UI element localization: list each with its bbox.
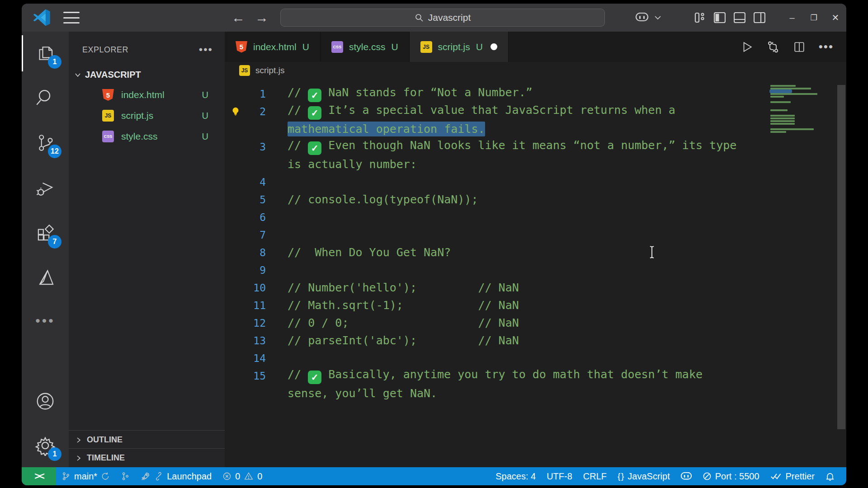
scrollbar-thumb[interactable] [837, 85, 845, 429]
problems-status[interactable]: 0 0 [217, 467, 268, 485]
git-status-untracked: U [202, 111, 208, 121]
editor-group: 5 index.html U CSS style.css U JS script… [225, 32, 846, 467]
toggle-secondary-sidebar-icon[interactable] [750, 8, 769, 28]
chevron-right-icon [75, 455, 82, 462]
code-line[interactable]: 7 [225, 226, 846, 244]
sidebar-item-explorer[interactable]: 1 [22, 32, 69, 75]
code-line[interactable]: 2// ✓ It’s a special value that JavaScri… [225, 103, 846, 120]
html-file-icon: 5 [102, 89, 114, 101]
prettier-status[interactable]: Prettier [765, 467, 820, 485]
encoding-status[interactable]: UTF-8 [541, 467, 578, 485]
indentation-status[interactable]: Spaces: 4 [490, 467, 541, 485]
check-emoji: ✓ [308, 141, 321, 155]
tab-script-js[interactable]: JS script.js U [410, 32, 509, 62]
launchpad-button[interactable]: Launchpad [135, 467, 217, 485]
explorer-more-icon[interactable]: ••• [199, 43, 213, 56]
settings-button[interactable]: 1 [22, 424, 69, 467]
copilot-status[interactable] [675, 467, 697, 485]
js-file-icon: JS [102, 110, 114, 122]
sidebar-item-source-control[interactable]: 12 [22, 121, 69, 164]
copilot-icon[interactable] [632, 8, 652, 28]
git-branch-icon [61, 471, 71, 481]
code-line[interactable]: 9 [225, 261, 846, 279]
run-file-icon[interactable] [741, 41, 753, 53]
line-number: 11 [246, 300, 266, 311]
explorer-badge: 1 [48, 55, 61, 69]
code-line[interactable]: 11// Math.sqrt(-1); // NaN [225, 296, 846, 314]
file-index-html[interactable]: 5 index.html U [69, 84, 225, 105]
nav-back-icon[interactable]: ← [231, 10, 246, 25]
code-editor[interactable]: 1// ✓ NaN stands for “Not a Number.”2// … [225, 79, 846, 467]
file-script-js[interactable]: JS script.js U [69, 105, 225, 126]
notifications-bell[interactable] [820, 467, 840, 485]
tab-style-css[interactable]: CSS style.css U [321, 32, 410, 62]
eol-status[interactable]: CRLF [578, 467, 612, 485]
minimize-button[interactable]: – [781, 4, 803, 32]
link-icon [154, 472, 163, 481]
split-editor-icon[interactable] [793, 41, 805, 53]
git-status-untracked: U [202, 131, 208, 142]
code-line[interactable]: 3// ✓ Even though NaN looks like it mean… [225, 138, 846, 155]
source-control-graph-button[interactable] [115, 467, 135, 485]
folder-javascript[interactable]: JAVASCRIPT [69, 60, 225, 84]
nav-forward-icon[interactable]: → [254, 10, 269, 25]
more-icon: ••• [35, 313, 55, 328]
sidebar-item-extensions[interactable]: 7 [22, 211, 69, 255]
branch-status[interactable]: main* [56, 467, 115, 485]
timeline-section[interactable]: TIMELINE [69, 448, 225, 467]
editor-scrollbar[interactable] [836, 85, 846, 467]
code-line[interactable]: sense, you’ll get NaN. [225, 385, 846, 402]
code-line[interactable]: mathematical operation fails. [225, 120, 846, 138]
code-line[interactable]: 4 [225, 173, 846, 191]
search-icon [415, 13, 424, 22]
code-line[interactable]: 1// ✓ NaN stands for “Not a Number.” [225, 85, 846, 103]
menu-hamburger-icon[interactable] [63, 12, 80, 23]
tab-index-html[interactable]: 5 index.html U [225, 32, 321, 62]
double-check-icon [770, 472, 782, 480]
toggle-primary-sidebar-icon[interactable] [710, 8, 730, 28]
code-line[interactable]: 6 [225, 208, 846, 226]
code-line[interactable]: 5// console.log(typeof(NaN)); [225, 191, 846, 208]
restore-button[interactable]: ❐ [803, 4, 825, 32]
live-server-port-status[interactable]: Port : 5500 [697, 467, 765, 485]
code-line[interactable]: 8// When Do You Get NaN? [225, 244, 846, 261]
js-file-icon: JS [420, 41, 432, 53]
account-button[interactable] [22, 380, 69, 423]
check-emoji: ✓ [308, 371, 321, 384]
file-style-css[interactable]: CSS style.css U [69, 126, 225, 147]
lightbulb-icon[interactable] [225, 107, 246, 117]
explorer-title: EXPLORER [82, 45, 128, 55]
git-status-untracked: U [476, 42, 483, 52]
dirty-dot-icon[interactable] [491, 43, 497, 50]
sidebar-item-search[interactable] [22, 76, 69, 119]
command-center-search[interactable]: Javascript [280, 9, 605, 27]
graph-icon [121, 471, 130, 481]
js-file-icon: JS [239, 65, 250, 76]
language-mode-status[interactable]: { } JavaScript [612, 467, 675, 485]
git-status-untracked: U [302, 42, 309, 52]
sidebar-item-more[interactable]: ••• [22, 299, 69, 343]
remote-indicator[interactable]: >< [22, 467, 56, 485]
chevron-down-icon[interactable] [652, 8, 664, 28]
close-button[interactable]: ✕ [825, 4, 846, 32]
sidebar-item-prism-extension[interactable] [22, 257, 69, 300]
extensions-badge: 7 [48, 235, 61, 249]
sidebar-item-run-debug[interactable] [22, 166, 69, 210]
line-number: 12 [246, 317, 266, 329]
bell-icon [826, 472, 835, 481]
rocket-icon [141, 471, 151, 481]
breadcrumb[interactable]: JS script.js [225, 62, 846, 79]
code-line[interactable]: 12// 0 / 0; // NaN [225, 314, 846, 332]
code-line[interactable]: 14 [225, 349, 846, 367]
mouse-ibeam-cursor [649, 245, 655, 259]
minimap[interactable] [770, 85, 834, 134]
outline-section[interactable]: OUTLINE [69, 430, 225, 449]
toggle-panel-icon[interactable] [730, 8, 750, 28]
customize-layout-icon[interactable] [690, 8, 710, 28]
editor-more-icon[interactable]: ••• [819, 40, 834, 54]
code-line[interactable]: 13// parseInt('abc'); // NaN [225, 332, 846, 349]
code-line[interactable]: 10// Number('hello'); // NaN [225, 279, 846, 296]
code-line[interactable]: 15// ✓ Basically, anytime you try to do … [225, 367, 846, 385]
open-changes-icon[interactable] [766, 41, 780, 53]
code-line[interactable]: is actually number: [225, 155, 846, 173]
